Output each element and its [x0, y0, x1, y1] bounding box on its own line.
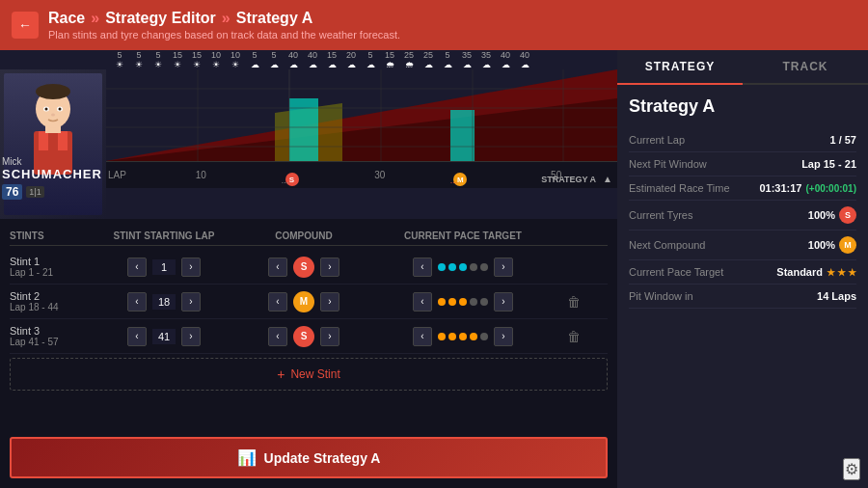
top-num: 5 [264, 50, 284, 60]
top-num: 10 [206, 50, 226, 60]
driver-number-row: 76 1|1 [2, 184, 102, 200]
weather-icon: ☁ [361, 60, 380, 69]
weather-icon: ☀ [110, 60, 129, 69]
lap-axis: LAP 10 S ... 30 M .. [106, 161, 617, 188]
top-num: 15 [187, 50, 206, 60]
driver-number: 76 [2, 184, 22, 200]
info-row-pit-window: Pit Window in 14 Laps [629, 285, 856, 309]
right-bottom: ⚙ [617, 449, 868, 488]
stint-3-lap-dec[interactable]: ‹ [127, 327, 147, 346]
current-tyres-badge: S [839, 206, 856, 224]
col-actions [559, 230, 588, 241]
stint-2-compound-prev[interactable]: ‹ [268, 292, 287, 312]
breadcrumb-strategy-a: Strategy A [236, 10, 312, 27]
main-content: Mick SCHUMACHER 76 1|1 5 5 5 15 15 10 10 [0, 50, 868, 488]
strategy-title: Strategy A [629, 96, 856, 117]
stint-3-compound-stepper: ‹ S › [241, 326, 366, 347]
stint-2-lap-dec[interactable]: ‹ [127, 292, 147, 312]
info-row-pace-target: Current Pace Target Standard ★ ★ ★ [629, 260, 856, 285]
weather-icon: ☁ [341, 60, 361, 69]
chevron-up-icon[interactable]: ▲ [603, 174, 612, 184]
stint-1-compound-next[interactable]: › [320, 258, 339, 277]
stint-2-delete[interactable]: 🗑 [559, 294, 588, 310]
next-compound-badge: M [839, 236, 856, 254]
top-num: 5 [149, 50, 168, 60]
top-num: 5 [129, 50, 149, 60]
info-row-next-pit: Next Pit Window Lap 15 - 21 [629, 152, 856, 176]
stint-2-lap-inc[interactable]: › [181, 292, 201, 312]
pace-dot [480, 298, 488, 306]
next-pit-value: Lap 15 - 21 [801, 158, 856, 170]
stint-3-name: Stint 3 Lap 41 - 57 [10, 325, 87, 347]
svg-point-9 [59, 108, 62, 111]
pace-dot [438, 298, 446, 306]
weather-icon: ☁ [438, 60, 457, 69]
info-row-race-time: Estimated Race Time 01:31:17 (+00:00:01) [629, 176, 856, 201]
stints-table-header: STINTS STINT STARTING LAP COMPOUND CURRE… [10, 227, 608, 246]
stint-3-compound-next[interactable]: › [320, 327, 339, 346]
pit-window-value: 14 Laps [817, 290, 856, 302]
pace-target-label: Current Pace Target [629, 266, 723, 278]
pit-window-label: Pit Window in [629, 290, 693, 302]
svg-point-10 [51, 114, 55, 117]
stint-2-lap-val: 18 [152, 294, 176, 310]
race-time-delta: (+00:00:01) [805, 183, 856, 194]
weather-icon: 🌧 [380, 60, 399, 69]
pace-dot [480, 333, 488, 340]
stint-3-lap-val: 41 [152, 329, 176, 344]
next-compound-value: 100% M [808, 236, 856, 254]
stint-2-lap-stepper: ‹ 18 › [87, 292, 241, 312]
stint-1-compound-stepper: ‹ S › [241, 257, 366, 278]
stint-1-lap-stepper: ‹ 1 › [87, 258, 241, 277]
top-num: 35 [476, 50, 496, 60]
stint-2-compound-next[interactable]: › [320, 292, 339, 312]
tab-track[interactable]: TRACK [743, 50, 868, 83]
pace-dot [470, 333, 477, 340]
star-1: ★ [827, 267, 835, 278]
stint-3-pace-next[interactable]: › [494, 327, 513, 346]
col-pace-target: CURRENT PACE TARGET [366, 230, 559, 241]
weather-icon: ☁ [457, 60, 476, 69]
stint-1-lap-dec[interactable]: ‹ [127, 258, 147, 277]
driver-info: Mick SCHUMACHER 76 1|1 [2, 156, 102, 200]
stint-row-1: Stint 1 Lap 1 - 21 ‹ 1 › ‹ S › ‹ [10, 250, 608, 285]
race-time-label: Estimated Race Time [629, 182, 730, 194]
stint-row-3: Stint 3 Lap 41 - 57 ‹ 41 › ‹ S › ‹ [10, 319, 608, 354]
pace-dot [480, 263, 488, 271]
stint-2-pace-next[interactable]: › [494, 292, 513, 312]
pace-dot [448, 298, 456, 306]
stint-3-compound-prev[interactable]: ‹ [268, 327, 287, 346]
weather-icon: ☁ [245, 60, 264, 69]
next-compound-label: Next Compound [629, 239, 706, 251]
stint-1-pace-next[interactable]: › [494, 258, 513, 277]
breadcrumb-strategy-editor[interactable]: Strategy Editor [105, 10, 216, 27]
pace-dot [459, 298, 467, 306]
pace-dot [438, 263, 446, 271]
update-btn-label: Update Strategy A [264, 450, 381, 466]
stint-3-lap-inc[interactable]: › [181, 327, 201, 346]
stint-2-pace-prev[interactable]: ‹ [413, 292, 432, 312]
weather-icon: ☁ [515, 60, 534, 69]
stint-1-compound-prev[interactable]: ‹ [268, 258, 287, 277]
top-num: 5 [245, 50, 264, 60]
breadcrumb-race[interactable]: Race [48, 10, 85, 27]
current-lap-label: Current Lap [629, 134, 685, 146]
stint-1-pace-prev[interactable]: ‹ [413, 258, 432, 277]
stint-1-lap-inc[interactable]: › [181, 258, 201, 277]
back-button[interactable]: ← [12, 12, 39, 39]
stint-3-pace-prev[interactable]: ‹ [413, 327, 432, 346]
info-row-current-lap: Current Lap 1 / 57 [629, 128, 856, 152]
new-stint-button[interactable]: + New Stint [10, 358, 608, 391]
current-lap-value: 1 / 57 [829, 134, 856, 146]
tab-strategy[interactable]: STRATEGY [617, 50, 743, 85]
stint-2-pace-stepper: ‹ › [366, 292, 559, 312]
update-strategy-button[interactable]: 📊 Update Strategy A [10, 437, 608, 478]
strategy-label: STRATEGY A [541, 175, 596, 184]
stint-3-delete[interactable]: 🗑 [559, 329, 588, 344]
weather-icon: ☀ [226, 60, 245, 69]
stint-2-compound-badge: M [293, 291, 314, 312]
weather-icon: ☁ [419, 60, 438, 69]
pace-target-value: Standard ★ ★ ★ [776, 266, 856, 278]
update-btn-area: 📊 Update Strategy A [0, 427, 617, 488]
settings-gear-button[interactable]: ⚙ [843, 458, 860, 480]
